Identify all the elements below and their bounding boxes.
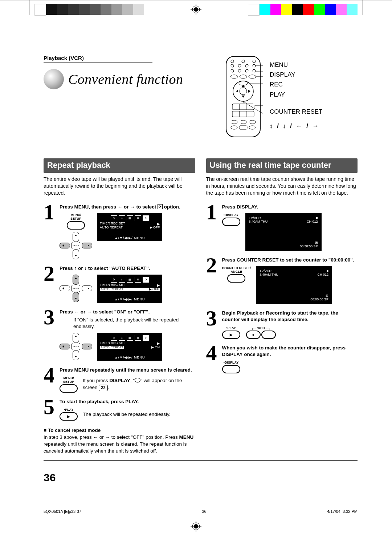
menu-button-icon <box>60 384 78 393</box>
intro-repeat: The entire video tape will be played unt… <box>44 176 195 197</box>
left-arrow-icon <box>60 243 70 248</box>
down-arrow-icon <box>73 292 79 302</box>
col-tape-counter: Using the real time tape counter The on-… <box>206 158 358 455</box>
breadcrumb: Playback (VCR) <box>44 55 152 62</box>
heading-repeat: Repeat playback <box>44 158 195 173</box>
remote-illustration: MENU DISPLAY REC PLAY COUNTER RESET ↕ / … <box>223 55 358 140</box>
rec-pair-button-icon <box>261 331 276 339</box>
left-step-3: 3 Press ← or → to select "ON" or "OFF". … <box>44 308 195 361</box>
remote-control-icon <box>223 55 263 140</box>
osd-step2: ⏲☼▦⚙⟳ TIMER REC SET▶ AUTO REPEAT▶ OFF ▲/… <box>97 275 162 303</box>
play-button-icon: ▶ <box>222 331 240 339</box>
color-bar-right <box>248 4 358 16</box>
menu-button-icon <box>67 221 85 230</box>
left-step-1: 1 Press MENU, then press ← or → to selec… <box>44 203 195 259</box>
page-content: Playback (VCR) Convenient function <box>0 22 392 498</box>
remote-label-menu: MENU <box>270 60 322 70</box>
remote-label-rec: REC <box>270 80 322 89</box>
cancel-repeat-note: To cancel repeat mode In step 3 above, p… <box>44 427 195 455</box>
page-ref: 22 <box>99 385 107 391</box>
osd-step1: ⏲☼▦⚙⟳ TIMER REC SET▶ AUTO REPEAT▶ OFF ▲/… <box>97 213 162 241</box>
remote-label-display: DISPLAY <box>270 70 322 80</box>
left-step-4: 4 Press MENU repeatedly until the menu s… <box>44 366 195 393</box>
footer-page: 36 <box>202 509 206 514</box>
left-step-5: 5 To start the playback, press PLAY. •PL… <box>44 398 195 421</box>
page-title: Convenient function <box>68 71 183 87</box>
counter-reset-button-icon <box>227 274 245 283</box>
display-button-icon <box>222 218 240 226</box>
decorative-sphere-icon <box>44 69 64 89</box>
page-number: 36 <box>44 471 358 484</box>
heading-counter: Using the real time tape counter <box>206 158 358 173</box>
print-footer: 5QX0501A [E]p33-37 36 4/17/04, 3:32 PM <box>0 498 392 521</box>
color-bar-left <box>34 4 144 16</box>
osd-step3: ⏲☼▦⚙⟳ TIMER REC SET▶ AUTO REPEAT▶ ON ▲/▼… <box>97 333 162 361</box>
remote-labels: MENU DISPLAY REC PLAY COUNTER RESET ↕ / … <box>270 55 322 131</box>
left-step-2: 2 Press ↑ or ↓ to select "AUTO REPEAT". … <box>44 264 195 303</box>
registration-mark-icon <box>191 4 201 15</box>
right-step-4: 4 When you wish to make the counter disa… <box>206 344 358 373</box>
display-button-icon <box>222 365 240 373</box>
footer-timestamp: 4/17/04, 3:32 PM <box>327 509 358 514</box>
right-step-1: 1 Press DISPLAY. •DISPLAY TV/VCR■ 8:40AM… <box>206 203 358 251</box>
play-button-icon: ▶ <box>60 412 78 421</box>
footer-docid: 5QX0501A [E]p33-37 <box>44 509 81 514</box>
printer-marks-top <box>0 0 392 22</box>
menu-button-label: MENU/ SETUP <box>60 213 92 220</box>
registration-mark-bottom <box>0 521 392 535</box>
enter-button-icon: ENTER <box>72 242 80 249</box>
intro-counter: The on-screen real time tape counter sho… <box>206 176 358 197</box>
remote-label-counter: COUNTER RESET <box>270 107 322 117</box>
col-repeat-playback: Repeat playback The entire video tape wi… <box>44 158 195 455</box>
loop-indicator-icon <box>135 378 140 382</box>
remote-label-play: PLAY <box>270 90 322 100</box>
tv-osd-2: TV/VCR■ 8:40AM THUCH 012 ⊠00:00:00 SP <box>256 266 332 304</box>
right-arrow-icon <box>82 243 92 248</box>
loop-tab-icon: ⟳ <box>143 215 149 221</box>
rec-button-icon: ● <box>246 331 261 339</box>
up-arrow-icon <box>73 275 79 285</box>
page-number-rule <box>44 460 358 461</box>
remote-label-arrows: ↕ / ↓ / ← / → <box>270 121 322 131</box>
right-step-3: 3 Begin Playback or Recording to start t… <box>206 309 358 339</box>
tv-osd-1: TV/VCR■ 8:40AM THUCH 012 ⊠00:30:50 SP <box>245 213 322 251</box>
right-step-2: 2 Press COUNTER RESET to set the counter… <box>206 256 358 304</box>
loop-option-icon: ⟳ <box>158 204 163 209</box>
